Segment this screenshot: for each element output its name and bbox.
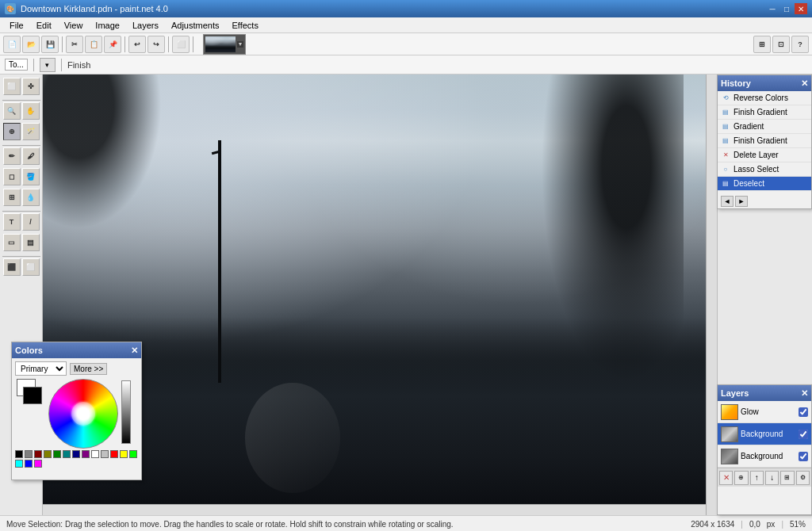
chip-red[interactable]	[110, 450, 118, 458]
layers-toolbar: ✕ ⊕ ↑ ↓ ⊞ ⚙	[718, 468, 811, 487]
smudge-tool[interactable]: ⬜	[22, 258, 40, 276]
tool-indicator[interactable]: To...	[5, 59, 28, 71]
color-wheel[interactable]	[48, 379, 118, 449]
tab-dropdown[interactable]: ▼	[237, 41, 243, 48]
rectangle-select-tool[interactable]: ⬜	[3, 78, 21, 95]
undo-button[interactable]: ↩	[128, 36, 146, 53]
hand-tool[interactable]: ✋	[22, 102, 40, 120]
canvas-wrapper[interactable]	[43, 74, 717, 515]
history-forward-button[interactable]: ►	[735, 196, 748, 207]
close-button[interactable]: ✕	[795, 3, 807, 14]
gradient-tool[interactable]: ▤	[22, 234, 40, 251]
layer-item-background-1[interactable]: Background	[718, 423, 811, 445]
redo-button[interactable]: ↪	[147, 36, 165, 53]
chip-teal[interactable]	[63, 450, 71, 458]
history-item-deselect[interactable]: ▤ Deselect	[718, 177, 811, 191]
paste-button[interactable]: 📌	[104, 36, 121, 53]
copy-button[interactable]: 📋	[85, 36, 102, 53]
layer-item-glow[interactable]: Glow	[718, 401, 811, 423]
save-button[interactable]: 💾	[41, 36, 59, 53]
menu-image[interactable]: Image	[89, 19, 126, 32]
view-option-button[interactable]: ⊡	[772, 36, 790, 53]
menubar: File Edit View Image Layers Adjustments …	[0, 17, 812, 33]
layer-properties-button[interactable]: ⚙	[796, 471, 810, 485]
minimize-button[interactable]: ─	[766, 3, 779, 14]
chip-white[interactable]	[91, 450, 99, 458]
paintbrush-tool[interactable]: 🖌	[22, 147, 40, 165]
history-item-finish-gradient-1[interactable]: ▤ Finish Gradient	[718, 105, 811, 120]
colors-close-button[interactable]: ✕	[131, 346, 138, 356]
pencil-tool[interactable]: ✏	[3, 147, 21, 165]
shade-bar[interactable]	[121, 380, 131, 444]
chip-navy[interactable]	[72, 450, 80, 458]
chip-blue[interactable]	[25, 460, 33, 468]
layers-close-button[interactable]: ✕	[801, 388, 808, 399]
chip-purple[interactable]	[82, 450, 90, 458]
tab-thumbnail[interactable]: ▼	[203, 34, 246, 55]
layer-add-button[interactable]: ✕	[719, 471, 733, 485]
chip-olive[interactable]	[44, 450, 52, 458]
layers-panel: Layers ✕ Glow Background Background	[717, 384, 812, 515]
shapes-tool[interactable]: ▭	[3, 234, 21, 251]
vertical-scrollbar[interactable]	[706, 74, 717, 515]
chip-black[interactable]	[15, 450, 23, 458]
chip-green[interactable]	[53, 450, 61, 458]
help-button[interactable]: ?	[791, 36, 809, 53]
background-color[interactable]	[23, 387, 42, 404]
deselect-button[interactable]: ⬜	[172, 36, 190, 53]
thumbnail-image	[205, 36, 236, 52]
canvas[interactable]	[43, 74, 717, 515]
layer-up-button[interactable]: ↑	[750, 471, 764, 485]
layer-delete-button[interactable]: ⊕	[734, 471, 748, 485]
history-item-gradient[interactable]: ▤ Gradient	[718, 120, 811, 134]
layer-merge-button[interactable]: ⊞	[780, 471, 794, 485]
history-item-lasso-select[interactable]: ○ Lasso Select	[718, 162, 811, 177]
open-button[interactable]: 📂	[22, 36, 40, 53]
magic-wand-tool[interactable]: 🪄	[22, 123, 40, 140]
chip-magenta[interactable]	[34, 460, 42, 468]
history-item-reverse-colors[interactable]: ⟲ Reverse Colors	[718, 91, 811, 105]
menu-view[interactable]: View	[58, 19, 90, 32]
move-tool[interactable]: ✜	[22, 78, 40, 95]
menu-file[interactable]: File	[3, 19, 30, 32]
text-tool[interactable]: T	[3, 213, 21, 231]
colors-more-button[interactable]: More >>	[70, 363, 107, 375]
layer-down-button[interactable]: ↓	[765, 471, 779, 485]
menu-adjustments[interactable]: Adjustments	[165, 19, 226, 32]
eraser-tool[interactable]: ◻	[3, 168, 21, 185]
clone-stamp-tool[interactable]: ⊞	[3, 189, 21, 206]
color-picker-tool[interactable]: ⬛	[3, 258, 21, 276]
colors-mode-select[interactable]: Primary Secondary	[15, 361, 67, 376]
history-back-button[interactable]: ◄	[721, 196, 733, 207]
menu-edit[interactable]: Edit	[30, 19, 58, 32]
history-item-finish-gradient-2[interactable]: ▤ Finish Gradient	[718, 134, 811, 148]
layer-visibility-glow[interactable]	[799, 407, 808, 417]
zoom-tool[interactable]: 🔍	[3, 102, 21, 120]
tool-options-arrow[interactable]: ▾	[40, 58, 56, 72]
new-button[interactable]: 📄	[3, 36, 21, 53]
history-item-delete-layer[interactable]: ✕ Delete Layer	[718, 148, 811, 162]
recolor-tool[interactable]: 💧	[22, 189, 40, 206]
layer-visibility-bg1[interactable]	[799, 430, 808, 439]
move-selection-tool[interactable]: ⊕	[3, 123, 21, 140]
cut-button[interactable]: ✂	[66, 36, 83, 53]
horizontal-scrollbar[interactable]	[43, 504, 706, 515]
view-grid-button[interactable]: ⊞	[753, 36, 771, 53]
layer-item-background-2[interactable]: Background	[718, 445, 811, 468]
menu-effects[interactable]: Effects	[226, 19, 265, 32]
chip-maroon[interactable]	[34, 450, 42, 458]
history-close-button[interactable]: ✕	[801, 78, 808, 89]
history-icon-1: ▤	[721, 108, 730, 117]
chip-cyan[interactable]	[15, 460, 23, 468]
chip-gray[interactable]	[25, 450, 33, 458]
fill-tool[interactable]: 🪣	[22, 168, 40, 185]
menu-layers[interactable]: Layers	[126, 19, 165, 32]
layer-visibility-bg2[interactable]	[799, 452, 808, 461]
chip-lime[interactable]	[129, 450, 137, 458]
maximize-button[interactable]: □	[780, 3, 793, 14]
chip-yellow[interactable]	[120, 450, 128, 458]
chip-silver[interactable]	[101, 450, 109, 458]
history-icon-5: ○	[721, 165, 730, 174]
line-tool[interactable]: /	[22, 213, 40, 231]
tools-sep-3	[2, 211, 40, 212]
